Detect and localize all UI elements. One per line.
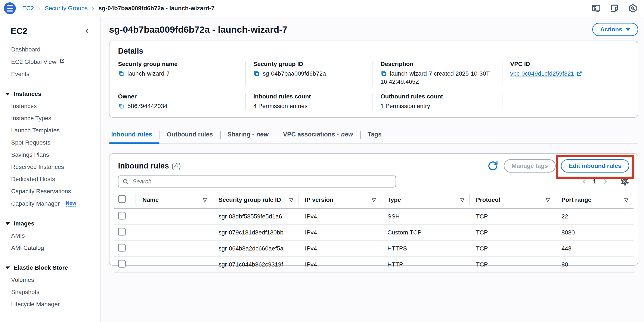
sidebar-item-instance-types[interactable]: Instance Types [0, 112, 100, 125]
menu-icon[interactable] [4, 2, 16, 14]
sidebar-item-snapshots[interactable]: Snapshots [0, 286, 100, 298]
sidebar-item-events[interactable]: Events [0, 68, 100, 80]
cell-type: HTTP [381, 256, 470, 273]
row-checkbox[interactable] [118, 228, 126, 236]
cell-name: – [136, 256, 212, 273]
sidebar-item-capacity-manager[interactable]: Capacity Manager New [0, 197, 100, 210]
sidebar-item-capacity-reservations[interactable]: Capacity Reservations [0, 185, 100, 197]
next-page-icon[interactable] [602, 179, 608, 184]
sidebar-item-reserved-instances[interactable]: Reserved Instances [0, 161, 100, 173]
cell-ip-version: IPv4 [298, 256, 381, 273]
top-navigation-bar: EC2 › Security Groups › sg-04b7baa009fd6… [0, 0, 644, 17]
search-icon [122, 178, 129, 186]
manage-tags-button[interactable]: Manage tags [504, 159, 556, 172]
sidebar-item-ec2-global-view[interactable]: EC2 Global View [0, 56, 100, 68]
cell-port-range: 22 [555, 208, 634, 224]
cell-protocol: TCP [470, 256, 555, 273]
cell-name: – [136, 224, 212, 240]
filter-icon[interactable]: ▽ [289, 197, 293, 203]
cloudshell-icon[interactable] [592, 4, 601, 13]
field-owner: Owner 586794442034 [118, 93, 245, 110]
sidebar-item-savings-plans[interactable]: Savings Plans [0, 149, 100, 161]
previous-page-icon[interactable] [581, 179, 587, 184]
sidebar-item-instances[interactable]: Instances [0, 100, 100, 112]
cell-rule-id: sgr-064b8a2dc660aef5a [212, 240, 298, 256]
sidebar-item-dedicated-hosts[interactable]: Dedicated Hosts [0, 173, 100, 185]
filter-icon[interactable]: ▽ [460, 197, 464, 203]
section-caret-icon [6, 93, 10, 95]
diagnostic-tools-icon[interactable] [610, 4, 619, 13]
cell-port-range: 80 [555, 256, 634, 273]
breadcrumb-link-ec2[interactable]: EC2 [22, 5, 34, 12]
external-link-icon [59, 58, 65, 65]
breadcrumb-link-security-groups[interactable]: Security Groups [45, 5, 88, 12]
page-number[interactable]: 1 [593, 178, 596, 185]
sidebar-item-lifecycle-manager[interactable]: Lifecycle Manager [0, 298, 100, 311]
select-all-checkbox[interactable] [114, 191, 136, 208]
page-title: sg-04b7baa009fd6b72a - launch-wizard-7 [109, 24, 287, 35]
section-caret-icon [6, 267, 10, 269]
column-header-port-range[interactable]: Port range▽ [555, 191, 634, 208]
new-badge[interactable]: New [66, 200, 76, 207]
breadcrumb-separator-icon: › [38, 4, 40, 11]
column-header-protocol[interactable]: Protocol▽ [470, 191, 555, 208]
sidebar-item-volumes[interactable]: Volumes [0, 274, 100, 286]
cell-rule-id: sgr-079c181d8edf130bb [212, 224, 298, 240]
tab-inbound-rules[interactable]: Inbound rules [109, 131, 160, 143]
row-checkbox[interactable] [118, 260, 126, 268]
table-header-row: Name▽ Security group rule ID▽ IP version… [114, 191, 634, 208]
copy-icon[interactable] [118, 70, 124, 77]
filter-icon[interactable]: ▽ [546, 197, 550, 203]
side-navigation: EC2 Dashboard EC2 Global View Events Ins… [0, 17, 101, 322]
inbound-rules-table: Name▽ Security group rule ID▽ IP version… [114, 191, 634, 273]
external-link-icon [576, 71, 582, 77]
copy-icon[interactable] [253, 70, 260, 77]
sidebar-section-elastic-block-store[interactable]: Elastic Block Store [0, 262, 100, 274]
breadcrumb-separator-icon: › [92, 4, 94, 11]
sidebar-section-network-security[interactable]: Network & Security [0, 318, 100, 322]
refresh-button[interactable] [487, 160, 498, 172]
field-vpc-id: VPC ID vpc-0c049d1cfd259f321 [502, 61, 629, 86]
filter-icon[interactable]: ▽ [624, 197, 628, 203]
field-inbound-rules-count: Inbound rules count 4 Permission entries [245, 93, 372, 110]
settings-gear-icon[interactable] [620, 177, 629, 186]
details-panel: Details Security group name launch-wizar… [109, 41, 638, 118]
sidebar-section-instances[interactable]: Instances [0, 88, 100, 100]
column-header-rule-id[interactable]: Security group rule ID▽ [212, 191, 298, 208]
sidebar-item-ami-catalog[interactable]: AMI Catalog [0, 242, 100, 254]
tab-tags[interactable]: Tags [360, 131, 389, 143]
row-checkbox[interactable] [118, 212, 126, 219]
caret-down-icon [626, 28, 630, 31]
cell-rule-id: sgr-03dbf58559fe5d1a6 [212, 208, 298, 224]
sidebar-item-launch-templates[interactable]: Launch Templates [0, 125, 100, 137]
assistant-icon[interactable] [628, 4, 638, 13]
field-empty [502, 93, 629, 110]
sidebar-collapse-icon[interactable] [84, 27, 91, 35]
column-header-name[interactable]: Name▽ [136, 191, 212, 208]
vpc-link[interactable]: vpc-0c049d1cfd259f321 [510, 70, 582, 77]
filter-icon[interactable]: ▽ [203, 197, 207, 203]
tab-sharing[interactable]: Sharing -new [220, 131, 276, 143]
copy-icon[interactable] [380, 70, 387, 77]
toolbar-divider [614, 177, 614, 186]
edit-inbound-rules-button[interactable]: Edit inbound rules [561, 159, 629, 172]
row-checkbox[interactable] [118, 244, 126, 252]
inbound-rules-heading: Inbound rules(4) [118, 161, 181, 170]
tab-outbound-rules[interactable]: Outbound rules [160, 131, 220, 143]
search-box [118, 175, 396, 187]
column-header-type[interactable]: Type▽ [381, 191, 470, 208]
search-input[interactable] [118, 175, 396, 187]
copy-icon[interactable] [118, 103, 124, 109]
filter-icon[interactable]: ▽ [372, 197, 376, 203]
sidebar-section-images[interactable]: Images [0, 218, 100, 230]
cell-type: Custom TCP [381, 224, 470, 240]
sidebar-item-amis[interactable]: AMIs [0, 230, 100, 242]
sidebar-item-spot-requests[interactable]: Spot Requests [0, 137, 100, 149]
cell-ip-version: IPv4 [298, 240, 381, 256]
tab-vpc-associations[interactable]: VPC associations -new [276, 131, 360, 143]
sidebar-item-dashboard[interactable]: Dashboard [0, 44, 100, 56]
field-description: Description launch-wizard-7 created 2025… [372, 61, 502, 86]
actions-button[interactable]: Actions [592, 23, 638, 36]
column-header-ip-version[interactable]: IP version▽ [298, 191, 381, 208]
cell-protocol: TCP [470, 208, 555, 224]
